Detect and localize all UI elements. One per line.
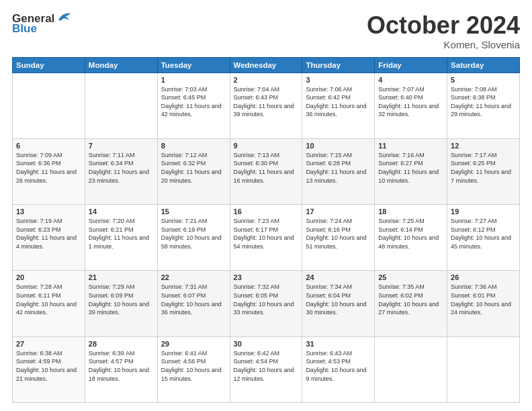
logo-bird-icon: [56, 11, 73, 26]
day-number: 21: [89, 273, 154, 281]
day-number: 2: [234, 76, 299, 84]
calendar-cell: 13Sunrise: 7:19 AMSunset: 6:23 PMDayligh…: [13, 205, 85, 271]
weekday-header-saturday: Saturday: [447, 57, 520, 73]
calendar-week-4: 20Sunrise: 7:28 AMSunset: 6:11 PMDayligh…: [13, 271, 520, 336]
day-content: Sunrise: 6:42 AMSunset: 4:54 PMDaylight:…: [234, 349, 299, 383]
day-number: 9: [234, 142, 299, 150]
day-content: Sunrise: 6:38 AMSunset: 4:59 PMDaylight:…: [16, 349, 81, 383]
title-block: October 2024 Komen, Slovenia: [367, 12, 520, 50]
calendar-cell: 23Sunrise: 7:32 AMSunset: 6:05 PMDayligh…: [230, 271, 302, 336]
calendar-cell: [85, 73, 157, 138]
day-number: 30: [234, 340, 299, 348]
day-content: Sunrise: 7:07 AMSunset: 6:40 PMDaylight:…: [378, 85, 443, 119]
day-content: Sunrise: 7:28 AMSunset: 6:11 PMDaylight:…: [16, 283, 81, 316]
day-content: Sunrise: 7:19 AMSunset: 6:23 PMDaylight:…: [16, 217, 81, 250]
calendar-cell: 6Sunrise: 7:09 AMSunset: 6:36 PMDaylight…: [13, 138, 85, 204]
calendar-cell: 22Sunrise: 7:31 AMSunset: 6:07 PMDayligh…: [157, 271, 230, 336]
day-number: 25: [378, 273, 443, 281]
calendar-cell: 16Sunrise: 7:23 AMSunset: 6:17 PMDayligh…: [230, 205, 302, 271]
day-content: Sunrise: 7:08 AMSunset: 6:38 PMDaylight:…: [451, 85, 516, 119]
calendar-cell: 27Sunrise: 6:38 AMSunset: 4:59 PMDayligh…: [13, 336, 85, 402]
logo-text-blue: Blue: [12, 23, 37, 36]
day-number: 19: [451, 208, 516, 216]
day-content: Sunrise: 7:03 AMSunset: 6:45 PMDaylight:…: [161, 85, 226, 119]
calendar-cell: 30Sunrise: 6:42 AMSunset: 4:54 PMDayligh…: [230, 336, 302, 402]
calendar-cell: [447, 336, 520, 402]
calendar-week-3: 13Sunrise: 7:19 AMSunset: 6:23 PMDayligh…: [13, 205, 520, 271]
day-content: Sunrise: 7:09 AMSunset: 6:36 PMDaylight:…: [16, 151, 81, 185]
calendar-cell: 31Sunrise: 6:43 AMSunset: 4:53 PMDayligh…: [302, 336, 375, 402]
day-number: 23: [234, 273, 299, 281]
day-number: 18: [378, 208, 443, 216]
calendar-cell: 24Sunrise: 7:34 AMSunset: 6:04 PMDayligh…: [302, 271, 375, 336]
calendar-week-2: 6Sunrise: 7:09 AMSunset: 6:36 PMDaylight…: [13, 138, 520, 204]
calendar-cell: [13, 73, 85, 138]
day-number: 7: [89, 142, 154, 150]
day-content: Sunrise: 6:43 AMSunset: 4:53 PMDaylight:…: [306, 349, 371, 383]
header: General Blue October 2024 Komen, Sloveni…: [12, 12, 520, 50]
calendar-cell: 3Sunrise: 7:06 AMSunset: 6:42 PMDaylight…: [302, 73, 375, 138]
day-content: Sunrise: 7:11 AMSunset: 6:34 PMDaylight:…: [89, 151, 154, 185]
calendar-cell: 7Sunrise: 7:11 AMSunset: 6:34 PMDaylight…: [85, 138, 157, 204]
day-content: Sunrise: 7:32 AMSunset: 6:05 PMDaylight:…: [234, 283, 299, 316]
calendar-cell: 4Sunrise: 7:07 AMSunset: 6:40 PMDaylight…: [375, 73, 447, 138]
day-number: 5: [451, 76, 516, 84]
calendar-cell: 14Sunrise: 7:20 AMSunset: 6:21 PMDayligh…: [85, 205, 157, 271]
calendar-cell: 25Sunrise: 7:35 AMSunset: 6:02 PMDayligh…: [375, 271, 447, 336]
calendar-cell: 11Sunrise: 7:16 AMSunset: 6:27 PMDayligh…: [375, 138, 447, 204]
day-number: 22: [161, 273, 226, 281]
day-content: Sunrise: 7:13 AMSunset: 6:30 PMDaylight:…: [234, 151, 299, 185]
day-content: Sunrise: 7:27 AMSunset: 6:12 PMDaylight:…: [451, 217, 516, 250]
day-content: Sunrise: 7:16 AMSunset: 6:27 PMDaylight:…: [378, 151, 443, 185]
day-content: Sunrise: 7:24 AMSunset: 6:16 PMDaylight:…: [306, 217, 371, 250]
calendar-table: SundayMondayTuesdayWednesdayThursdayFrid…: [12, 57, 520, 403]
weekday-header-tuesday: Tuesday: [157, 57, 230, 73]
calendar-cell: 9Sunrise: 7:13 AMSunset: 6:30 PMDaylight…: [230, 138, 302, 204]
day-number: 14: [89, 208, 154, 216]
day-number: 15: [161, 208, 226, 216]
day-content: Sunrise: 7:15 AMSunset: 6:28 PMDaylight:…: [306, 151, 371, 185]
calendar-title: October 2024: [367, 12, 520, 39]
weekday-header-sunday: Sunday: [13, 57, 85, 73]
day-number: 16: [234, 208, 299, 216]
day-content: Sunrise: 7:34 AMSunset: 6:04 PMDaylight:…: [306, 283, 371, 316]
day-number: 29: [161, 340, 226, 348]
day-content: Sunrise: 7:31 AMSunset: 6:07 PMDaylight:…: [161, 283, 226, 316]
day-number: 26: [451, 273, 516, 281]
logo: General Blue: [12, 12, 73, 36]
weekday-header-monday: Monday: [85, 57, 157, 73]
calendar-cell: 10Sunrise: 7:15 AMSunset: 6:28 PMDayligh…: [302, 138, 375, 204]
day-number: 17: [306, 208, 371, 216]
day-number: 27: [16, 340, 81, 348]
day-content: Sunrise: 7:36 AMSunset: 6:01 PMDaylight:…: [451, 283, 516, 316]
weekday-header-row: SundayMondayTuesdayWednesdayThursdayFrid…: [13, 57, 520, 73]
day-number: 24: [306, 273, 371, 281]
calendar-cell: 29Sunrise: 6:41 AMSunset: 4:56 PMDayligh…: [157, 336, 230, 402]
calendar-cell: 26Sunrise: 7:36 AMSunset: 6:01 PMDayligh…: [447, 271, 520, 336]
calendar-cell: 18Sunrise: 7:25 AMSunset: 6:14 PMDayligh…: [375, 205, 447, 271]
day-content: Sunrise: 7:25 AMSunset: 6:14 PMDaylight:…: [378, 217, 443, 250]
calendar-cell: 15Sunrise: 7:21 AMSunset: 6:19 PMDayligh…: [157, 205, 230, 271]
calendar-week-5: 27Sunrise: 6:38 AMSunset: 4:59 PMDayligh…: [13, 336, 520, 402]
day-number: 13: [16, 208, 81, 216]
calendar-cell: 2Sunrise: 7:04 AMSunset: 6:43 PMDaylight…: [230, 73, 302, 138]
weekday-header-wednesday: Wednesday: [230, 57, 302, 73]
day-content: Sunrise: 7:17 AMSunset: 6:25 PMDaylight:…: [451, 151, 516, 185]
day-number: 8: [161, 142, 226, 150]
weekday-header-thursday: Thursday: [302, 57, 375, 73]
day-content: Sunrise: 7:35 AMSunset: 6:02 PMDaylight:…: [378, 283, 443, 316]
day-content: Sunrise: 7:06 AMSunset: 6:42 PMDaylight:…: [306, 85, 371, 119]
calendar-cell: 8Sunrise: 7:12 AMSunset: 6:32 PMDaylight…: [157, 138, 230, 204]
calendar-cell: 21Sunrise: 7:29 AMSunset: 6:09 PMDayligh…: [85, 271, 157, 336]
day-number: 28: [89, 340, 154, 348]
day-content: Sunrise: 6:41 AMSunset: 4:56 PMDaylight:…: [161, 349, 226, 383]
day-content: Sunrise: 7:04 AMSunset: 6:43 PMDaylight:…: [234, 85, 299, 119]
calendar-cell: 19Sunrise: 7:27 AMSunset: 6:12 PMDayligh…: [447, 205, 520, 271]
day-content: Sunrise: 6:39 AMSunset: 4:57 PMDaylight:…: [89, 349, 154, 383]
day-content: Sunrise: 7:23 AMSunset: 6:17 PMDaylight:…: [234, 217, 299, 250]
day-number: 11: [378, 142, 443, 150]
calendar-cell: [375, 336, 447, 402]
day-content: Sunrise: 7:20 AMSunset: 6:21 PMDaylight:…: [89, 217, 154, 250]
day-number: 12: [451, 142, 516, 150]
calendar-cell: 28Sunrise: 6:39 AMSunset: 4:57 PMDayligh…: [85, 336, 157, 402]
